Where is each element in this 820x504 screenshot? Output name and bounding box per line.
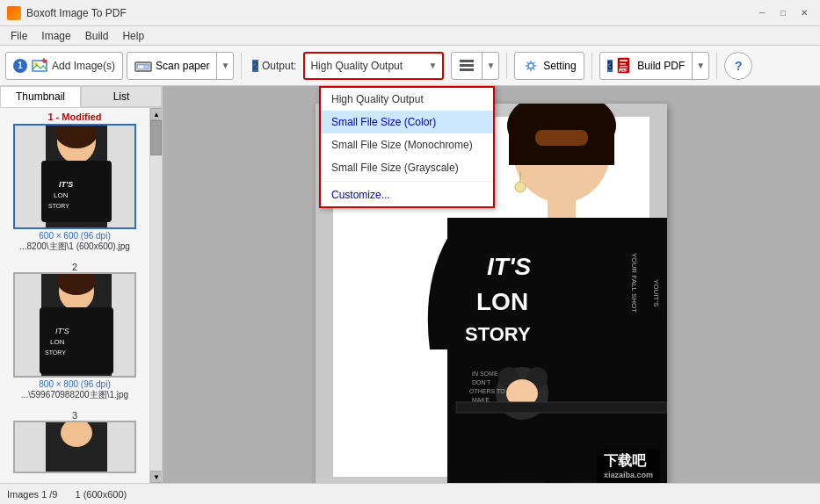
status-size-info: 1 (600x600) <box>75 489 127 500</box>
svg-point-62 <box>515 182 526 192</box>
menu-file[interactable]: File <box>4 28 34 44</box>
dropdown-divider <box>321 181 493 182</box>
svg-text:PDF: PDF <box>619 68 628 73</box>
output-label: 2 Output: <box>252 60 296 72</box>
view-mode-main[interactable] <box>452 53 483 79</box>
svg-text:LON: LON <box>476 288 528 315</box>
dropdown-item-high-quality[interactable]: High Quality Output <box>321 88 493 111</box>
add-images-button[interactable]: 1 Add Image(s) <box>5 52 123 80</box>
thumb-path-2: ...\599670988200主图\1.jpg <box>21 389 128 401</box>
sidebar-tabs: Thumbnail List <box>0 86 162 108</box>
thumb-image-3[interactable] <box>13 421 136 473</box>
separator-3 <box>591 53 592 79</box>
svg-rect-43 <box>535 130 588 146</box>
dropdown-item-small-mono[interactable]: Small File Size (Monochrome) <box>321 133 493 156</box>
thumb-label-1: 1 - Modified <box>47 112 101 122</box>
svg-text:OTHERS TO: OTHERS TO <box>469 388 505 394</box>
svg-text:IN SOME: IN SOME <box>472 371 498 377</box>
view-mode-arrow[interactable]: ▼ <box>483 53 498 79</box>
help-label: ? <box>735 59 743 73</box>
status-bar: Images 1 /9 1 (600x600) <box>0 483 820 504</box>
add-image-icon <box>31 57 48 75</box>
status-images-info: Images 1 /9 <box>7 489 57 500</box>
scan-paper-label: Scan paper <box>156 60 209 72</box>
scan-paper-arrow[interactable]: ▼ <box>217 53 233 79</box>
svg-rect-11 <box>460 68 474 71</box>
list-item[interactable]: 2 IT'S LON STORY 800 × 80 <box>4 260 146 401</box>
thumb-num-3: 3 <box>72 410 77 421</box>
gear-icon <box>522 57 540 75</box>
sidebar: Thumbnail List 1 - Modified <box>0 86 163 483</box>
app-title: Boxoft Image To PDF <box>26 7 753 19</box>
help-button[interactable]: ? <box>724 52 752 80</box>
menu-build[interactable]: Build <box>78 28 116 44</box>
view-mode-button[interactable]: ▼ <box>451 52 499 80</box>
build-pdf-main[interactable]: 3 PDF Build PDF <box>600 53 693 79</box>
menu-help[interactable]: Help <box>115 28 151 44</box>
separator-1 <box>241 53 242 79</box>
svg-rect-14 <box>620 60 628 61</box>
thumb-svg-2: IT'S LON STORY <box>15 274 136 378</box>
svg-text:DON'T: DON'T <box>472 379 491 385</box>
build-pdf-arrow[interactable]: ▼ <box>693 53 708 79</box>
dropdown-item-small-gray[interactable]: Small File Size (Grayscale) <box>321 156 493 179</box>
thumb-info-1: 600 × 600 (96 dpi) <box>39 231 110 241</box>
thumb-image-1[interactable]: IT'S LON STORY <box>13 124 136 229</box>
svg-rect-23 <box>41 161 112 222</box>
scan-paper-button[interactable]: Scan paper ▼ <box>127 52 234 80</box>
svg-text:IT'S: IT'S <box>59 180 73 189</box>
output-dropdown-button[interactable]: High Quality Output ▼ <box>303 52 444 80</box>
thumb-info-2: 800 × 800 (96 dpi) <box>39 379 110 389</box>
tab-thumbnail[interactable]: Thumbnail <box>0 86 81 107</box>
svg-rect-53 <box>500 481 544 483</box>
output-value: High Quality Output <box>310 60 425 72</box>
pdf-icon: PDF <box>616 57 634 75</box>
thumb-image-2[interactable]: IT'S LON STORY <box>13 272 136 378</box>
thumb-svg-3 <box>15 422 136 473</box>
svg-text:LON: LON <box>50 338 65 346</box>
app-icon <box>7 6 21 20</box>
close-button[interactable]: ✕ <box>795 4 813 22</box>
output-dropdown-arrow: ▼ <box>428 61 437 70</box>
svg-rect-15 <box>620 63 626 65</box>
svg-rect-9 <box>460 60 474 62</box>
tab-list[interactable]: List <box>81 86 162 107</box>
output-dropdown-menu: High Quality Output Small File Size (Col… <box>319 86 495 208</box>
thumb-path-1: ...8200\主图\1 (600x600).jpg <box>19 241 130 253</box>
build-pdf-button[interactable]: 3 PDF Build PDF ▼ <box>599 52 710 80</box>
svg-text:STORY: STORY <box>48 203 69 209</box>
svg-text:YOUR FALL SHOT: YOUR FALL SHOT <box>630 253 638 313</box>
scan-paper-main[interactable]: Scan paper <box>127 53 217 79</box>
svg-text:YOUIT'S: YOUIT'S <box>652 279 660 306</box>
thumb-svg-1: IT'S LON STORY <box>15 126 136 229</box>
svg-text:STORY: STORY <box>45 349 66 356</box>
minimize-button[interactable]: ─ <box>753 4 771 22</box>
svg-rect-7 <box>138 65 143 68</box>
menu-bar: File Image Build Help <box>0 26 820 46</box>
thumbnail-list: 1 - Modified <box>0 108 149 483</box>
list-item[interactable]: 1 - Modified <box>4 112 146 253</box>
thumb-num-2: 2 <box>72 262 77 272</box>
list-item[interactable]: 3 <box>4 408 146 473</box>
svg-point-12 <box>528 63 533 68</box>
svg-text:IT'S: IT'S <box>55 327 69 335</box>
build-pdf-label: Build PDF <box>637 60 685 72</box>
dropdown-item-small-color[interactable]: Small File Size (Color) <box>321 111 493 133</box>
list-view-icon <box>459 58 475 74</box>
svg-text:LON: LON <box>54 191 69 199</box>
svg-rect-61 <box>456 402 667 413</box>
title-bar: Boxoft Image To PDF ─ □ ✕ <box>0 0 820 26</box>
setting-label: Setting <box>543 60 576 72</box>
sidebar-scrollbar[interactable]: ▲ ▼ <box>149 108 162 483</box>
menu-image[interactable]: Image <box>34 28 77 44</box>
add-images-label: Add Image(s) <box>52 60 115 72</box>
build-pdf-badge: 3 <box>607 60 613 72</box>
output-badge: 2 <box>252 60 258 72</box>
svg-text:STORY: STORY <box>465 323 531 345</box>
dropdown-item-customize[interactable]: Customize... <box>321 184 493 206</box>
window-controls: ─ □ ✕ <box>753 4 813 22</box>
svg-rect-10 <box>460 64 474 67</box>
svg-text:IT'S: IT'S <box>487 253 532 280</box>
maximize-button[interactable]: □ <box>774 4 792 22</box>
setting-button[interactable]: Setting <box>514 52 584 80</box>
